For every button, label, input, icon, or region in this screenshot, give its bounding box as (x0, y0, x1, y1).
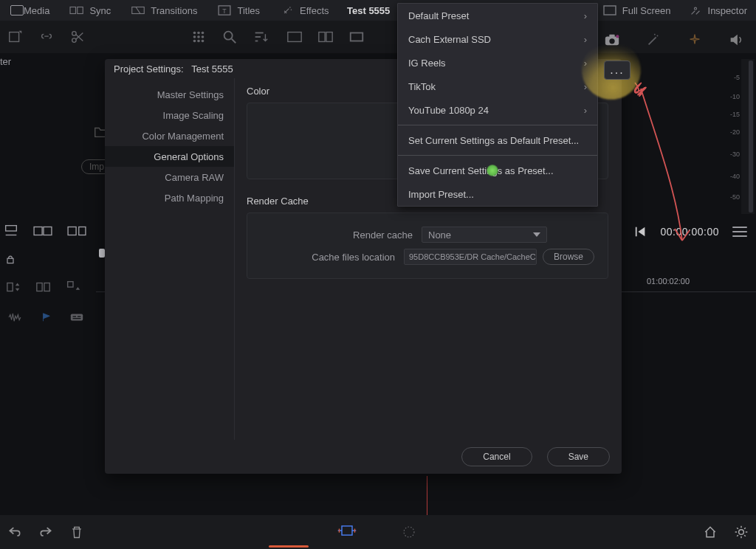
page-switcher (337, 523, 419, 541)
gear-icon[interactable] (734, 525, 749, 539)
bottom-right-controls (703, 525, 749, 539)
menu-effects[interactable]: Effects (270, 0, 340, 21)
render-cache-value: None (428, 229, 451, 241)
settings-sidebar: Master Settings Image Scaling Color Mana… (105, 78, 235, 440)
preset-item-label: Import Preset... (408, 189, 474, 200)
svg-rect-45 (7, 283, 13, 291)
timeline-view-c-icon[interactable] (65, 280, 81, 294)
save-button[interactable]: Save (547, 447, 610, 466)
ruler-timecode: 01:00:02:00 (647, 277, 690, 286)
home-icon[interactable] (703, 525, 718, 539)
svg-rect-47 (44, 283, 49, 291)
svg-point-54 (404, 527, 414, 537)
menu-label: Sync (89, 5, 111, 16)
menu-separator (398, 125, 597, 125)
svg-rect-49 (71, 314, 83, 320)
svg-rect-53 (342, 526, 352, 535)
timeline-view-b-icon[interactable] (35, 280, 52, 294)
page-cut[interactable] (337, 523, 357, 541)
camera-icon[interactable] (604, 32, 620, 48)
search-icon[interactable] (221, 29, 238, 45)
grid-icon[interactable] (190, 29, 207, 45)
trash-icon[interactable] (69, 525, 84, 539)
svg-rect-52 (73, 318, 81, 319)
meter-tick: -30 (730, 151, 740, 158)
left-truncated-label: ter (0, 56, 11, 67)
cache-location-input[interactable]: 95D8CCB953E/DR Cache/CacheClip (404, 249, 537, 265)
preset-item-set-default[interactable]: Set Current Settings as Default Preset..… (398, 128, 597, 152)
speaker-icon[interactable] (728, 32, 744, 48)
svg-point-14 (197, 32, 200, 35)
preset-item-label: Set Current Settings as Default Preset..… (408, 135, 579, 146)
preset-item-label: IG Reels (408, 58, 446, 69)
scissors-icon[interactable] (69, 29, 86, 45)
menu-label: Titles (237, 5, 260, 16)
menu-titles[interactable]: T Titles (207, 0, 270, 21)
waveform-icon[interactable] (7, 312, 22, 322)
menu-media[interactable]: Media (0, 0, 60, 21)
view-mode-b-icon[interactable] (317, 29, 334, 45)
append-clip-icon[interactable] (66, 223, 87, 239)
magic-wand-icon[interactable] (645, 32, 662, 48)
lock-icon[interactable] (4, 253, 16, 265)
cancel-button[interactable]: Cancel (461, 447, 532, 466)
svg-point-36 (657, 35, 659, 37)
marker-flag-icon[interactable] (38, 312, 53, 322)
menu-inspector[interactable]: Inspector (680, 0, 756, 21)
ripple-overwrite-icon[interactable] (3, 223, 19, 239)
options-dots-button[interactable]: ... (604, 61, 630, 80)
subtitle-icon[interactable] (69, 312, 84, 322)
sidebar-item-general-options[interactable]: General Options (105, 146, 234, 167)
menu-transitions[interactable]: Transitions (121, 0, 207, 21)
svg-rect-51 (78, 316, 81, 317)
svg-point-18 (202, 35, 205, 38)
svg-rect-41 (68, 227, 76, 235)
preset-item-default[interactable]: Default Preset › (398, 4, 597, 27)
hamburger-menu-icon[interactable] (732, 227, 747, 237)
menu-label: Media (24, 5, 49, 16)
meter-tick: -15 (730, 111, 740, 118)
svg-rect-42 (79, 227, 86, 235)
svg-point-55 (739, 530, 744, 535)
project-title: Test 5555 (347, 0, 390, 21)
chevron-down-icon (533, 232, 540, 237)
meter-tick: -40 (730, 173, 740, 180)
new-bin-icon[interactable] (7, 29, 24, 45)
menu-sync[interactable]: Sync (60, 0, 121, 21)
view-mode-a-icon[interactable] (286, 29, 303, 45)
svg-rect-8 (604, 6, 616, 15)
svg-rect-44 (7, 258, 13, 263)
preset-item-save-preset[interactable]: Save Current Settings as Preset... (398, 159, 597, 182)
menu-fullscreen[interactable]: Full Screen (594, 0, 680, 21)
preset-item-import[interactable]: Import Preset... (398, 182, 597, 206)
preset-item-label: Cach External SSD (408, 34, 491, 45)
preset-item-cache-ssd[interactable]: Cach External SSD › (398, 27, 597, 51)
svg-rect-10 (10, 32, 19, 42)
redo-icon[interactable] (38, 525, 53, 539)
dialog-title-name: Test 5555 (191, 63, 233, 75)
preset-item-youtube[interactable]: YouTube 1080p 24 › (398, 98, 597, 122)
chevron-right-icon: › (584, 105, 587, 116)
sidebar-item-path-mapping[interactable]: Path Mapping (105, 187, 234, 208)
sidebar-item-camera-raw[interactable]: Camera RAW (105, 167, 234, 187)
browse-button[interactable]: Browse (543, 249, 594, 265)
playhead-marker-icon[interactable] (99, 249, 105, 258)
sidebar-item-image-scaling[interactable]: Image Scaling (105, 105, 234, 125)
playhead-line[interactable] (427, 476, 427, 515)
insert-clip-icon[interactable] (32, 223, 53, 239)
meter-tick: -5 (734, 74, 740, 81)
view-mode-c-icon[interactable] (348, 29, 365, 45)
sidebar-item-color-management[interactable]: Color Management (105, 125, 234, 146)
render-cache-select[interactable]: None (422, 227, 547, 243)
sparkle-icon[interactable] (687, 32, 703, 48)
timeline-view-a-icon[interactable] (6, 280, 22, 294)
preset-item-ig-reels[interactable]: IG Reels › (398, 51, 597, 75)
preset-item-tiktok[interactable]: TikTok › (398, 75, 597, 98)
link-icon[interactable] (38, 29, 55, 45)
undo-icon[interactable] (7, 525, 22, 539)
render-cache-section: Render Cache Render cache None Cache fil… (247, 196, 608, 279)
page-edit[interactable] (399, 525, 419, 539)
project-title-text: Test 5555 (347, 5, 390, 16)
sort-icon[interactable] (252, 29, 269, 45)
sidebar-item-master-settings[interactable]: Master Settings (105, 84, 234, 105)
